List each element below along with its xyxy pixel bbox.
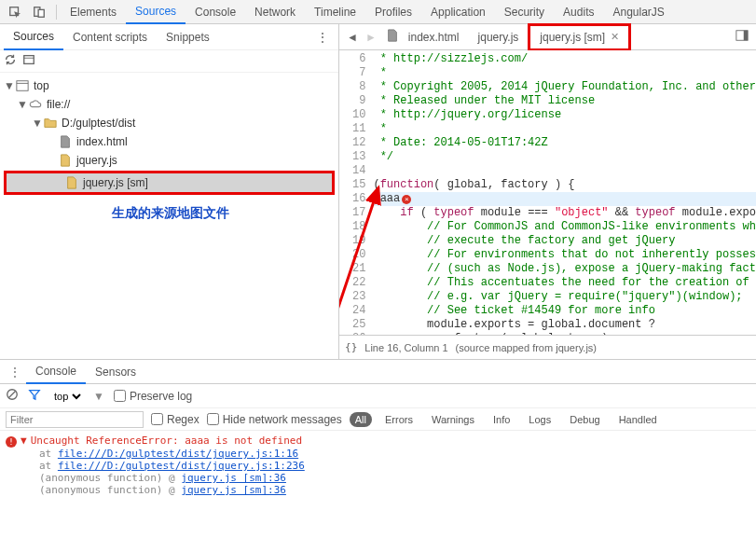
editor-tab-label: jquery.js [sm] <box>540 31 605 44</box>
devtools-top-tabs: Elements Sources Console Network Timelin… <box>0 0 756 24</box>
tab-snippets[interactable]: Snippets <box>157 25 219 49</box>
tab-security[interactable]: Security <box>495 1 554 23</box>
toggle-pane-icon[interactable] <box>732 29 752 45</box>
stack-link[interactable]: jquery.js [sm]:36 <box>181 484 286 496</box>
tab-network[interactable]: Network <box>245 1 305 23</box>
navigator-pane: Sources Content scripts Snippets ⋮ ▼ top… <box>0 24 339 359</box>
file-tree: ▼ top ▼ file:// ▼ D:/gulptest/dist index… <box>0 73 338 359</box>
drawer: ⋮ Console Sensors top ▼ Preserve log Reg… <box>0 360 756 514</box>
drawer-tab-console[interactable]: Console <box>26 360 86 384</box>
stack-link[interactable]: file:///D:/gulptest/dist/jquery.js:1:236 <box>58 460 305 472</box>
tab-sources[interactable]: Sources <box>126 0 186 24</box>
console-error: ! ▼ Uncaught ReferenceError: aaaa is not… <box>6 435 750 448</box>
console-toolbar: top ▼ Preserve log <box>0 384 756 408</box>
tree-file-index[interactable]: index.html <box>0 132 338 151</box>
tab-angularjs[interactable]: AngularJS <box>603 1 673 23</box>
device-mode-icon[interactable] <box>28 1 50 23</box>
more-icon[interactable]: ⋮ <box>4 366 26 379</box>
hide-network-checkbox[interactable]: Hide network messages <box>207 413 342 426</box>
level-errors[interactable]: Errors <box>379 412 419 427</box>
file-icon <box>386 29 399 45</box>
error-message: Uncaught ReferenceError: aaaa is not def… <box>31 435 302 447</box>
file-label: jquery.js <box>76 154 117 167</box>
stack-link[interactable]: file:///D:/gulptest/dist/jquery.js:1:16 <box>58 448 298 460</box>
tab-elements[interactable]: Elements <box>61 1 126 23</box>
level-logs[interactable]: Logs <box>523 412 557 427</box>
context-selector[interactable]: top <box>50 390 84 403</box>
frame-icon <box>15 78 30 93</box>
source-mapped-note: (source mapped from jquery.js) <box>456 342 597 353</box>
editor-tab-jquery[interactable]: jquery.js <box>469 26 529 48</box>
file-label: index.html <box>76 135 128 148</box>
level-warnings[interactable]: Warnings <box>426 412 480 427</box>
code-lines: * http://sizzlejs.com/ * * Copyright 200… <box>373 50 756 335</box>
more-icon[interactable]: ⋮ <box>310 30 335 45</box>
file-icon <box>58 153 73 168</box>
nav-back-icon[interactable]: ◄ <box>343 31 362 44</box>
regex-checkbox[interactable]: Regex <box>151 413 199 426</box>
tree-root[interactable]: ▼ top <box>0 76 338 95</box>
tree-file-jquery[interactable]: jquery.js <box>0 151 338 170</box>
svg-rect-5 <box>17 81 28 91</box>
svg-rect-8 <box>744 31 748 41</box>
drawer-tabs: ⋮ Console Sensors <box>0 360 756 384</box>
braces-icon[interactable]: {} <box>345 341 357 353</box>
folder-icon <box>43 116 58 131</box>
drawer-tab-sensors[interactable]: Sensors <box>86 361 145 383</box>
inspect-icon[interactable] <box>4 1 26 23</box>
navigator-tabs: Sources Content scripts Snippets ⋮ <box>0 24 338 50</box>
stack-frame: at file:///D:/gulptest/dist/jquery.js:1:… <box>6 448 750 460</box>
preserve-log-checkbox[interactable]: Preserve log <box>114 390 192 403</box>
tab-profiles[interactable]: Profiles <box>365 1 421 23</box>
divider <box>56 5 57 20</box>
editor-tab-index[interactable]: index.html <box>399 26 469 48</box>
tree-toolbar <box>0 50 338 73</box>
level-all[interactable]: All <box>350 412 372 427</box>
nav-fwd-icon[interactable]: ► <box>362 31 380 44</box>
tree-folder[interactable]: ▼ D:/gulptest/dist <box>0 114 338 132</box>
frame-icon[interactable] <box>22 53 35 69</box>
editor-tabs: ◄ ► index.html jquery.js jquery.js [sm] … <box>339 24 756 50</box>
tree-file-jquery-sm[interactable]: jquery.js [sm] <box>4 171 335 195</box>
close-icon[interactable]: ✕ <box>611 31 619 43</box>
tab-console[interactable]: Console <box>186 1 245 23</box>
editor-tab-jquery-sm[interactable]: jquery.js [sm] ✕ <box>528 23 631 51</box>
tab-application[interactable]: Application <box>421 1 495 23</box>
chevron-down-icon: ▼ <box>4 79 15 92</box>
svg-line-11 <box>9 392 16 398</box>
tab-sources-tree[interactable]: Sources <box>4 24 63 50</box>
editor-status-bar: {} Line 16, Column 1 (source mapped from… <box>339 335 756 359</box>
cursor-position: Line 16, Column 1 <box>364 342 447 353</box>
editor-pane: ◄ ► index.html jquery.js jquery.js [sm] … <box>339 24 756 359</box>
file-label: jquery.js [sm] <box>83 176 148 189</box>
sync-icon[interactable] <box>4 53 17 69</box>
filter-input[interactable] <box>6 411 144 428</box>
clear-console-icon[interactable] <box>6 388 19 404</box>
sources-main-split: Sources Content scripts Snippets ⋮ ▼ top… <box>0 24 756 360</box>
cloud-icon <box>28 97 43 112</box>
code-editor[interactable]: 6789101112131415161718192021222324252627… <box>339 50 756 335</box>
chevron-down-icon: ▼ <box>17 98 28 111</box>
tree-origin-label: file:// <box>47 98 70 111</box>
filter-icon[interactable] <box>28 388 41 404</box>
console-output[interactable]: ! ▼ Uncaught ReferenceError: aaaa is not… <box>0 431 756 514</box>
level-handled[interactable]: Handled <box>613 412 663 427</box>
tab-timeline[interactable]: Timeline <box>305 1 365 23</box>
tab-audits[interactable]: Audits <box>554 1 603 23</box>
file-icon <box>64 175 79 190</box>
tree-folder-label: D:/gulptest/dist <box>62 117 135 130</box>
stack-link[interactable]: jquery.js [sm]:36 <box>181 472 286 484</box>
svg-rect-2 <box>38 9 44 17</box>
svg-rect-3 <box>24 56 34 64</box>
error-icon: ! <box>6 436 17 448</box>
line-gutter: 6789101112131415161718192021222324252627 <box>339 50 373 335</box>
tab-content-scripts[interactable]: Content scripts <box>63 25 157 49</box>
console-filter-row: Regex Hide network messages All Errors W… <box>0 408 756 431</box>
level-info[interactable]: Info <box>488 412 515 427</box>
anon-frame: (anonymous function) @ jquery.js [sm]:36 <box>6 484 750 496</box>
anon-frame: (anonymous function) @ jquery.js [sm]:36 <box>6 472 750 484</box>
chevron-down-icon: ▼ <box>32 117 43 130</box>
tree-origin[interactable]: ▼ file:// <box>0 95 338 114</box>
level-debug[interactable]: Debug <box>564 412 605 427</box>
annotation-text: 生成的来源地图文件 <box>112 205 229 222</box>
